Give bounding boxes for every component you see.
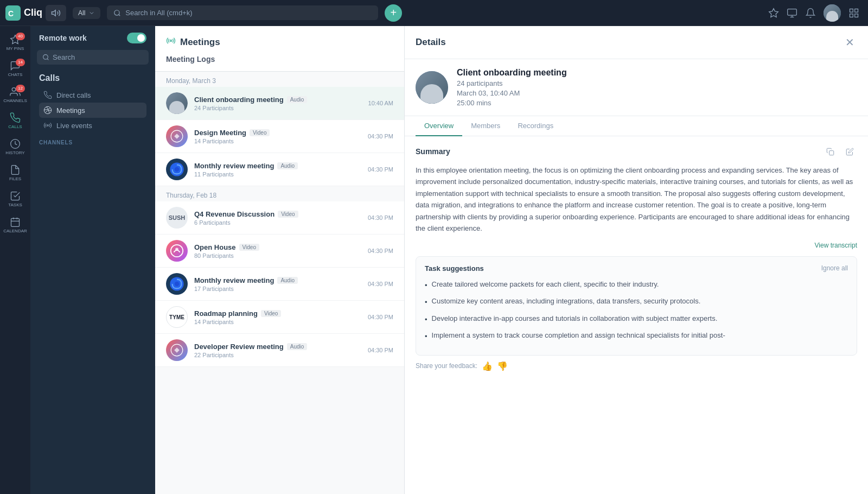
channels-section: CHANNELS [30, 133, 155, 149]
meeting-item-client-onboarding[interactable]: Client onboarding meeting Audio 24 Parti… [155, 87, 404, 120]
meeting-info: Monthly review meeting Audio 17 Particip… [194, 276, 361, 292]
svg-line-20 [47, 59, 48, 60]
meeting-name: Roadmap planning Video [194, 309, 361, 318]
meeting-item-open-house[interactable]: Open House Video 80 Participants 04:30 P… [155, 235, 404, 268]
meeting-info: Developer Review meeting Audio 22 Partic… [194, 343, 361, 358]
svg-rect-15 [11, 218, 20, 226]
svg-point-19 [43, 55, 48, 60]
detail-avatar [416, 71, 448, 104]
meeting-name: Monthly review meeting Audio [194, 276, 361, 284]
meeting-info: Roadmap planning Video 14 Participants [194, 309, 361, 325]
meeting-avatar [166, 240, 188, 262]
meetings-panel: Meetings Meeting Logs Monday, March 3 Cl… [155, 26, 405, 494]
meeting-info: Monthly review meeting Audio 11 Particip… [194, 162, 361, 178]
edit-button[interactable] [842, 144, 857, 159]
meeting-info: Design Meeting Video 14 Participants [194, 129, 361, 144]
sidebar: Remote work Search Calls Direct calls Me… [30, 26, 155, 494]
sidebar-item-channels[interactable]: 12 CHANNELS [3, 83, 27, 106]
tab-overview[interactable]: Overview [416, 116, 462, 136]
app-logo: C Cliq [5, 5, 42, 21]
date-divider-march: Monday, March 3 [155, 72, 404, 87]
nav-meetings[interactable]: Meetings [39, 103, 146, 118]
sidebar-item-my-pins[interactable]: 40 MY PINS [3, 30, 27, 54]
task-item-2: • Develop interactive in-app courses and… [425, 313, 848, 325]
meeting-item-monthly-review-2[interactable]: Monthly review meeting Audio 17 Particip… [155, 268, 404, 301]
meeting-avatar [166, 273, 188, 295]
sidebar-search[interactable]: Search [37, 50, 149, 65]
svg-marker-2 [52, 10, 56, 16]
nav-live-events[interactable]: Live events [39, 118, 146, 133]
meeting-name: Developer Review meeting Audio [194, 343, 361, 351]
task-suggestions-header: Task suggestions Ignore all [425, 264, 848, 273]
sidebar-item-files[interactable]: FILES [3, 161, 27, 185]
meeting-name: Open House Video [194, 243, 361, 251]
thumbs-up-button[interactable]: 👍 [482, 361, 493, 371]
view-transcript[interactable]: View transcript [416, 240, 857, 250]
svg-rect-11 [850, 14, 853, 17]
summary-text: In this employee orientation meeting, th… [416, 164, 857, 235]
meeting-name: Monthly review meeting Audio [194, 162, 361, 170]
meetings-list: Monday, March 3 Client onboarding meetin… [155, 72, 404, 494]
user-avatar[interactable] [824, 4, 841, 22]
svg-rect-6 [788, 9, 797, 15]
svg-point-13 [12, 87, 16, 91]
sidebar-header: Remote work [30, 33, 155, 50]
details-panel: Details ✕ Client onboarding meeting 24 p… [405, 26, 868, 494]
workspace-toggle[interactable] [127, 33, 146, 43]
svg-rect-10 [855, 9, 858, 12]
sidebar-item-calendar[interactable]: CALENDAR [3, 213, 27, 237]
meeting-info: Client onboarding meeting Audio 24 Parti… [194, 96, 362, 111]
thumbs-down-button[interactable]: 👎 [497, 361, 508, 371]
meeting-avatar [166, 339, 188, 361]
meeting-avatar: TYME [166, 306, 188, 328]
main-content: Meetings Meeting Logs Monday, March 3 Cl… [155, 26, 868, 494]
meeting-item-monthly-review-1[interactable]: Monthly review meeting Audio 11 Particip… [155, 153, 404, 186]
meetings-title: Meetings [166, 36, 393, 48]
calls-section: Calls Direct calls Meetings Live events [30, 73, 155, 133]
svg-rect-9 [850, 9, 853, 12]
svg-line-4 [119, 14, 120, 16]
meeting-name: Design Meeting Video [194, 129, 361, 137]
meeting-item-design[interactable]: Design Meeting Video 14 Participants 04:… [155, 120, 404, 153]
sidebar-item-chats[interactable]: 14 CHATS [3, 56, 27, 80]
svg-point-28 [175, 248, 178, 251]
ignore-all-button[interactable]: Ignore all [821, 264, 848, 272]
details-header: Details ✕ [405, 26, 868, 59]
task-item-0: • Create tailored welcome packets for ea… [425, 279, 848, 291]
close-button[interactable]: ✕ [842, 35, 857, 50]
copy-button[interactable] [822, 144, 838, 159]
tab-members[interactable]: Members [462, 116, 509, 136]
svg-point-22 [47, 125, 49, 126]
svg-text:C: C [8, 9, 14, 18]
meeting-item-roadmap[interactable]: TYME Roadmap planning Video 14 Participa… [155, 301, 404, 334]
feedback-bar: Share your feedback: 👍 👎 [416, 356, 857, 371]
meetings-header: Meetings Meeting Logs [155, 26, 404, 72]
meeting-avatar [166, 92, 188, 114]
task-item-1: • Customize key content areas, including… [425, 296, 848, 308]
date-divider-feb: Thursday, Feb 18 [155, 186, 404, 201]
meeting-detail-info: Client onboarding meeting 24 participant… [405, 59, 868, 116]
summary-actions [822, 144, 857, 159]
search-all-dropdown[interactable]: All [73, 7, 100, 19]
task-suggestions: Task suggestions Ignore all • Create tai… [416, 256, 857, 356]
topbar-right [768, 4, 859, 22]
details-title: Details [416, 37, 446, 48]
task-item-3: • Implement a system to track course com… [425, 330, 848, 342]
sidebar-item-tasks[interactable]: TASKS [3, 187, 27, 211]
meeting-name: Client onboarding meeting Audio [194, 96, 362, 104]
svg-point-3 [114, 10, 119, 15]
meeting-item-developer-review[interactable]: Developer Review meeting Audio 22 Partic… [155, 334, 404, 367]
sidebar-item-calls[interactable]: CALLS [3, 109, 27, 132]
sidebar-item-history[interactable]: HISTORY [3, 135, 27, 159]
svg-point-30 [175, 282, 179, 286]
svg-point-26 [175, 167, 179, 172]
meeting-name: Q4 Revenue Discussion Video [194, 210, 361, 218]
nav-direct-calls[interactable]: Direct calls [39, 87, 146, 103]
topbar: C Cliq All Search in All (cmd+k) + [0, 0, 868, 26]
meeting-item-q4[interactable]: SUSH Q4 Revenue Discussion Video 6 Parti… [155, 201, 404, 235]
add-button[interactable]: + [385, 4, 402, 22]
tab-recordings[interactable]: Recordings [509, 116, 562, 136]
svg-marker-5 [769, 8, 778, 17]
audio-button[interactable] [46, 5, 66, 21]
global-search[interactable]: Search in All (cmd+k) [107, 5, 378, 20]
